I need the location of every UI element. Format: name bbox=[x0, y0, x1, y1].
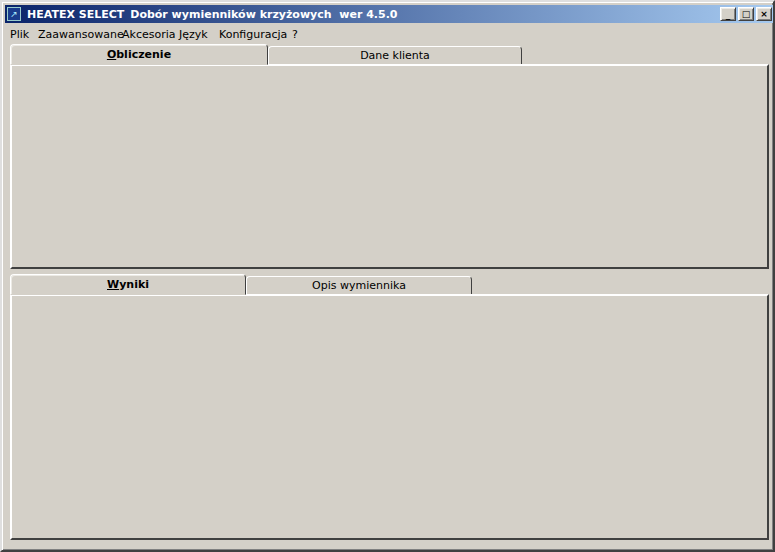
minimize-icon[interactable]: _ bbox=[720, 7, 736, 21]
app-window: ↗ HEATEX SELECT Dobór wymienników krzyżo… bbox=[0, 0, 775, 552]
app-icon[interactable]: ↗ bbox=[7, 7, 21, 21]
tab-dane-klienta[interactable]: Dane klienta bbox=[268, 46, 522, 64]
tab-obliczenie[interactable]: Obliczenie bbox=[10, 44, 268, 65]
calc-panel bbox=[10, 64, 769, 269]
tab-wyniki[interactable]: Wyniki bbox=[10, 274, 246, 295]
window-title-doc: Dobór wymienników krzyżowych wer 4.5.0 bbox=[130, 8, 397, 21]
window-title-app: HEATEX SELECT bbox=[27, 8, 124, 21]
results-panel bbox=[10, 294, 769, 540]
menu-akcesoria[interactable]: Akcesoria bbox=[122, 28, 176, 41]
maximize-icon[interactable]: □ bbox=[738, 7, 754, 21]
menu-konfiguracja[interactable]: Konfiguracja bbox=[219, 28, 287, 41]
tab-opis-wymiennika[interactable]: Opis wymiennika bbox=[246, 276, 472, 294]
title-bar[interactable]: ↗ HEATEX SELECT Dobór wymienników krzyżo… bbox=[5, 5, 774, 23]
menu-jezyk[interactable]: Język bbox=[179, 28, 208, 41]
menu-zaawansowane[interactable]: Zaawansowane bbox=[38, 28, 124, 41]
menu-help[interactable]: ? bbox=[292, 28, 298, 41]
menu-plik[interactable]: Plik bbox=[10, 28, 29, 41]
close-icon[interactable]: × bbox=[756, 7, 772, 21]
